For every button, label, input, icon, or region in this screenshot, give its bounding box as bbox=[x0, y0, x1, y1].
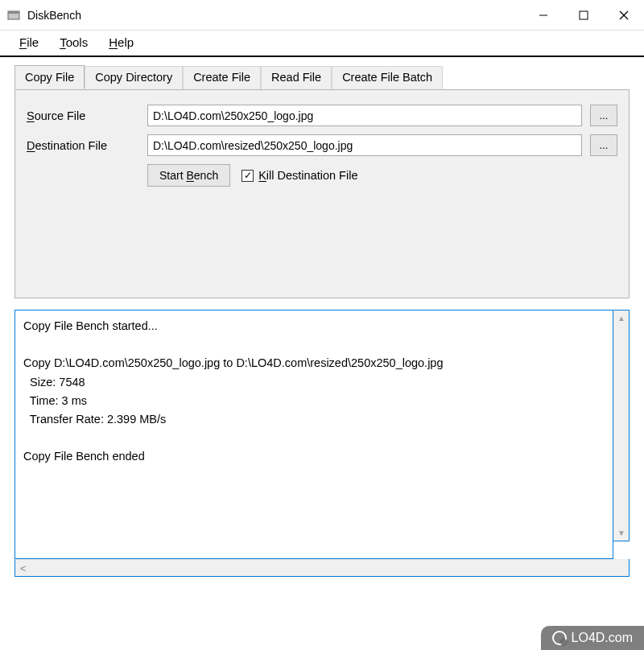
tab-copy-directory[interactable]: Copy Directory bbox=[85, 66, 183, 90]
watermark: LO4D.com bbox=[541, 626, 644, 650]
menu-help[interactable]: Help bbox=[109, 35, 134, 49]
tabpanel-copy-file: Source File ... Destination File ... Sta… bbox=[14, 89, 630, 298]
menu-file[interactable]: File bbox=[19, 35, 39, 49]
output-line: Transfer Rate: 2.399 MB/s bbox=[23, 413, 166, 426]
close-button[interactable] bbox=[604, 0, 644, 30]
tab-read-file[interactable]: Read File bbox=[261, 66, 332, 90]
destination-file-label: Destination File bbox=[27, 139, 139, 152]
scroll-up-icon: ▲ bbox=[617, 314, 625, 323]
menubar: File Tools Help bbox=[0, 31, 644, 57]
svg-rect-3 bbox=[580, 11, 588, 19]
output-panel: Copy File Bench started... Copy D:\LO4D.… bbox=[14, 310, 630, 577]
scroll-down-icon: ▼ bbox=[617, 529, 625, 537]
source-file-input[interactable] bbox=[147, 105, 582, 126]
tab-copy-file[interactable]: Copy File bbox=[14, 65, 85, 89]
window-controls bbox=[523, 0, 644, 30]
watermark-text: LO4D.com bbox=[572, 631, 633, 645]
scrollbar-corner bbox=[613, 559, 630, 577]
window-title: DiskBench bbox=[27, 9, 81, 22]
watermark-icon bbox=[552, 631, 567, 645]
tabstrip: Copy File Copy Directory Create File Rea… bbox=[14, 65, 630, 89]
checkbox-icon: ✓ bbox=[242, 170, 254, 182]
horizontal-scrollbar[interactable]: < > bbox=[14, 559, 630, 577]
source-file-label: Source File bbox=[27, 109, 139, 122]
output-line: Copy File Bench ended bbox=[23, 450, 145, 463]
tab-create-file[interactable]: Create File bbox=[183, 66, 261, 90]
vertical-scrollbar[interactable]: ▲ ▼ bbox=[613, 310, 630, 541]
tab-create-file-batch[interactable]: Create File Batch bbox=[332, 66, 443, 90]
svg-rect-1 bbox=[8, 11, 19, 14]
maximize-button[interactable] bbox=[564, 0, 604, 30]
destination-file-input[interactable] bbox=[147, 134, 582, 156]
minimize-button[interactable] bbox=[523, 0, 564, 30]
output-line: Size: 7548 bbox=[23, 376, 85, 389]
titlebar: DiskBench bbox=[0, 0, 644, 31]
menu-tools[interactable]: Tools bbox=[60, 35, 88, 49]
kill-destination-label: Kill Destination File bbox=[258, 169, 357, 182]
source-browse-button[interactable]: ... bbox=[590, 105, 617, 126]
scroll-left-icon: < bbox=[20, 562, 27, 574]
output-line: Copy D:\LO4D.com\250x250_logo.jpg to D:\… bbox=[23, 356, 444, 369]
output-textarea[interactable]: Copy File Bench started... Copy D:\LO4D.… bbox=[14, 310, 613, 559]
start-bench-button[interactable]: Start Bench bbox=[147, 164, 230, 187]
destination-browse-button[interactable]: ... bbox=[590, 134, 617, 156]
app-icon bbox=[6, 8, 21, 23]
kill-destination-checkbox[interactable]: ✓ Kill Destination File bbox=[242, 169, 357, 182]
output-line: Copy File Bench started... bbox=[23, 319, 158, 332]
output-line: Time: 3 ms bbox=[23, 394, 87, 407]
